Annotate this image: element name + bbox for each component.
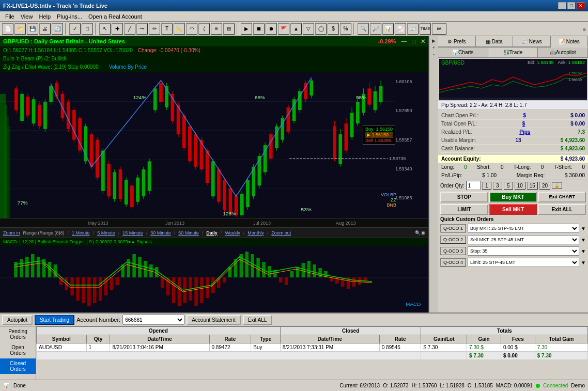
tb-arc[interactable]: ◠ bbox=[186, 23, 197, 35]
tb-text[interactable]: T bbox=[161, 23, 173, 35]
account-statement-button[interactable]: Account Statement bbox=[187, 315, 241, 325]
qco-3-select[interactable]: Stop: 35 bbox=[468, 246, 579, 256]
tab-closed-orders[interactable]: Closed Orders bbox=[0, 358, 36, 374]
weekly-link[interactable]: Weekly bbox=[225, 230, 240, 236]
tb-zoom-in[interactable]: 🔍 bbox=[358, 23, 369, 35]
monthly-link[interactable]: Monthly bbox=[247, 230, 264, 236]
tb-cross[interactable]: ✚ bbox=[112, 23, 123, 35]
tb-refresh[interactable]: 🔄 bbox=[52, 23, 63, 35]
sell-mkt-button[interactable]: Sell MKT bbox=[489, 204, 537, 215]
tb-time[interactable]: TIME bbox=[420, 23, 431, 35]
tb-fan[interactable]: ⟨ bbox=[198, 23, 210, 35]
tab-notes[interactable]: 📝 Notes bbox=[551, 36, 589, 48]
tb-oval[interactable]: ◯ bbox=[315, 23, 327, 35]
menu-help[interactable]: Help bbox=[36, 12, 54, 21]
exit-all-button[interactable]: Exit ALL bbox=[538, 204, 586, 215]
qco-1-select[interactable]: Buy MKT: 25 STP-45 LMT bbox=[468, 224, 579, 233]
tb-open[interactable]: 📂 bbox=[14, 23, 26, 35]
tab-prefs[interactable]: ⚙ Prefs bbox=[438, 36, 476, 46]
qty-15[interactable]: 15 bbox=[527, 182, 538, 190]
subtab-trade[interactable]: 💱 Trade bbox=[488, 48, 538, 57]
exit-chart-button[interactable]: Exit CHART bbox=[538, 192, 586, 202]
tb-chart-type[interactable]: 📊 bbox=[382, 23, 394, 35]
tb-arrow[interactable]: ↖ bbox=[99, 23, 111, 35]
tb-pencil[interactable]: ✏ bbox=[149, 23, 160, 35]
chart-pl-link[interactable]: $ bbox=[523, 113, 526, 118]
tab-pending-orders[interactable]: Pending Orders bbox=[0, 326, 36, 342]
tb-zoom-out[interactable]: 🔎 bbox=[370, 23, 381, 35]
qco-3-name[interactable]: Q-OCO 3 bbox=[440, 247, 466, 255]
tb-checkmark[interactable]: ✓ bbox=[69, 23, 81, 35]
stop-button[interactable]: STOP bbox=[440, 192, 488, 202]
tb-ruler[interactable]: 📐 bbox=[174, 23, 185, 35]
qty-3[interactable]: 3 bbox=[493, 182, 502, 190]
tb-iiia[interactable]: iiA bbox=[432, 23, 446, 35]
sidebar-tool-2[interactable]: + bbox=[432, 45, 435, 50]
tab-news[interactable]: 📰 News bbox=[513, 36, 551, 46]
tb-wave[interactable]: 〜 bbox=[136, 23, 148, 35]
qco-2-select[interactable]: Sell MKT: 25 STP-45 LMT bbox=[468, 235, 579, 244]
1min-link[interactable]: 1 Minute bbox=[72, 230, 90, 236]
60min-link[interactable]: 60 Minute bbox=[178, 230, 199, 236]
autopilot-button[interactable]: Autopilot bbox=[2, 315, 33, 325]
30min-link[interactable]: 30 Minute bbox=[150, 230, 171, 236]
tb-indicator[interactable]: 📈 bbox=[395, 23, 406, 35]
buy-mkt-button[interactable]: Buy MKT bbox=[489, 192, 537, 202]
minimize-button[interactable]: _ bbox=[558, 2, 566, 9]
tb-extension[interactable]: ⊞ bbox=[223, 23, 235, 35]
chart-maximize-btn[interactable]: □ bbox=[412, 38, 415, 44]
qty-input[interactable] bbox=[466, 181, 481, 190]
qty-20[interactable]: 20 bbox=[539, 182, 550, 190]
tab-data[interactable]: ▦ Data bbox=[476, 36, 514, 46]
tab-open-orders[interactable]: Open Orders bbox=[0, 342, 36, 358]
15min-link[interactable]: 15 Minute bbox=[122, 230, 143, 236]
tb-new[interactable]: 📄 bbox=[2, 23, 13, 35]
limit-button[interactable]: LIMIT bbox=[440, 204, 488, 215]
qty-custom[interactable]: 🔒 bbox=[552, 182, 562, 189]
orders-table-area[interactable]: Opened Closed Totals Symbol Qty Date/Tim… bbox=[36, 326, 588, 380]
window-controls[interactable]: _ □ ✕ bbox=[558, 2, 585, 9]
sidebar-tool-1[interactable]: ▶ bbox=[432, 38, 436, 43]
zoom-out-link[interactable]: Zoom out bbox=[271, 230, 291, 236]
start-trading-button[interactable]: Start Trading bbox=[35, 315, 74, 325]
qty-1[interactable]: 1 bbox=[482, 182, 491, 190]
tb-flag[interactable]: 🚩 bbox=[278, 23, 289, 35]
qty-10[interactable]: 10 bbox=[515, 182, 525, 190]
subtab-charts[interactable]: 📊 Charts bbox=[438, 48, 488, 57]
qty-5[interactable]: 5 bbox=[504, 182, 513, 190]
tb-play[interactable]: ▶ bbox=[241, 23, 252, 35]
tb-triangle-up[interactable]: ▲ bbox=[290, 23, 302, 35]
maximize-button[interactable]: □ bbox=[567, 2, 576, 9]
zoom-in-link[interactable]: Zoom in bbox=[3, 230, 20, 236]
5min-link[interactable]: 5 Minute bbox=[97, 230, 115, 236]
close-button[interactable]: ✕ bbox=[577, 2, 585, 9]
qco-4-name[interactable]: Q-OCO 4 bbox=[440, 258, 466, 267]
tb-record[interactable]: ⏺ bbox=[266, 23, 277, 35]
menu-view[interactable]: View bbox=[18, 12, 36, 21]
qco-1-name[interactable]: Q-OCO 1 bbox=[440, 224, 466, 232]
tb-tool2[interactable]: □ bbox=[82, 23, 93, 35]
price-chart[interactable]: 124% 66% 98% 77% 128% 53% 1.53738 1.6010… bbox=[0, 72, 428, 218]
tb-news[interactable]: 📰 bbox=[407, 23, 419, 35]
daily-link[interactable]: Daily bbox=[206, 230, 218, 236]
exit-all-bottom-button[interactable]: Exit ALL bbox=[243, 315, 272, 325]
tb-stop[interactable]: ⏹ bbox=[253, 23, 265, 35]
subtab-autopilot[interactable]: 🤖 Autopilot bbox=[538, 48, 588, 57]
chart-x-btn[interactable]: ✕ bbox=[421, 38, 425, 45]
tb-percent[interactable]: % bbox=[340, 23, 351, 35]
tb-retracement[interactable]: ≡ bbox=[211, 23, 222, 35]
chart-close-btn[interactable]: — bbox=[401, 38, 407, 44]
tb-triangle-dn[interactable]: ▽ bbox=[303, 23, 314, 35]
qco-4-select[interactable]: Limit: 25 STP-45 LMT bbox=[468, 258, 579, 267]
qco-2-name[interactable]: Q-OCO 2 bbox=[440, 236, 466, 244]
menu-open-account[interactable]: Open a Real Account bbox=[85, 12, 145, 21]
tb-print[interactable]: 🖨 bbox=[39, 23, 51, 35]
account-select[interactable]: 666681 bbox=[122, 315, 184, 325]
total-pl-link[interactable]: $ bbox=[522, 121, 525, 127]
menu-plugins[interactable]: Plug-ins... bbox=[54, 12, 85, 21]
tb-dollar[interactable]: $ bbox=[328, 23, 339, 35]
sidebar-tool-3[interactable]: - bbox=[433, 52, 435, 57]
tb-line[interactable]: ╱ bbox=[124, 23, 135, 35]
pips-link[interactable]: Pips bbox=[519, 129, 530, 135]
menu-file[interactable]: File bbox=[2, 12, 18, 21]
